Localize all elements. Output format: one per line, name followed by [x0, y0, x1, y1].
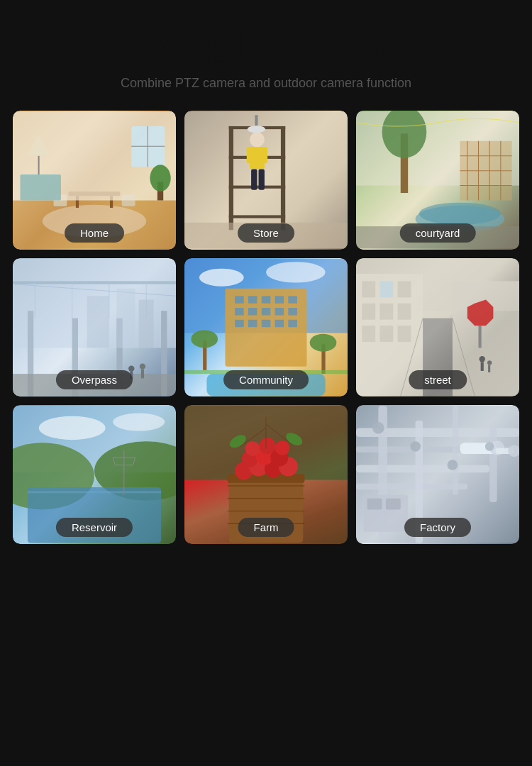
svg-rect-75	[248, 308, 257, 315]
svg-point-61	[128, 365, 134, 371]
card-label-courtyard: courtyard	[400, 223, 476, 243]
svg-point-88	[310, 333, 337, 351]
card-street: street	[356, 258, 519, 397]
svg-rect-82	[275, 319, 284, 326]
card-farm: Farm	[184, 405, 348, 544]
svg-rect-79	[235, 319, 244, 326]
svg-rect-57	[87, 296, 109, 348]
svg-point-13	[150, 165, 170, 192]
card-label-store: Store	[238, 223, 294, 243]
svg-rect-58	[116, 288, 135, 348]
svg-rect-59	[139, 299, 154, 348]
page-title: APplication	[14, 21, 518, 70]
card-label-farm: Farm	[238, 518, 294, 537]
application-grid: Home	[0, 98, 532, 557]
svg-point-107	[480, 356, 485, 362]
svg-rect-96	[379, 303, 393, 319]
svg-point-158	[372, 422, 384, 434]
svg-rect-92	[362, 281, 375, 297]
svg-point-23	[250, 132, 265, 147]
svg-rect-17	[229, 126, 233, 230]
svg-point-139	[275, 440, 290, 455]
page-header: APplication Combine PTZ camera and outdo…	[0, 0, 532, 98]
svg-point-159	[410, 441, 421, 452]
card-label-street: street	[409, 370, 467, 389]
svg-rect-97	[398, 303, 411, 319]
svg-rect-110	[488, 365, 490, 372]
svg-rect-100	[398, 326, 411, 342]
svg-rect-94	[398, 281, 411, 297]
svg-rect-64	[141, 369, 144, 378]
svg-rect-78	[288, 308, 297, 315]
svg-rect-26	[262, 147, 267, 163]
card-store: Store	[184, 111, 348, 250]
svg-rect-18	[281, 126, 285, 230]
svg-point-66	[199, 268, 244, 286]
card-community: Community	[184, 258, 348, 397]
svg-point-109	[487, 360, 492, 365]
svg-rect-22	[229, 215, 285, 218]
svg-rect-98	[362, 326, 375, 342]
svg-point-30	[248, 126, 265, 133]
svg-rect-73	[288, 296, 297, 303]
card-reservoir: Reservoir	[13, 405, 176, 544]
svg-rect-108	[481, 362, 484, 371]
svg-rect-74	[235, 308, 244, 315]
svg-point-138	[260, 438, 276, 454]
svg-rect-72	[275, 296, 284, 303]
svg-point-67	[266, 262, 326, 282]
card-overpass: Overpass	[13, 258, 176, 397]
card-home: Home	[13, 111, 176, 250]
svg-rect-148	[356, 465, 489, 472]
svg-rect-69	[235, 296, 244, 303]
svg-rect-47	[13, 281, 176, 284]
svg-rect-25	[247, 147, 253, 163]
svg-rect-153	[489, 428, 497, 502]
svg-rect-93	[379, 281, 393, 297]
svg-point-113	[113, 413, 165, 431]
svg-rect-81	[262, 319, 271, 326]
svg-rect-149	[356, 484, 467, 489]
svg-point-44	[419, 203, 501, 225]
svg-rect-80	[248, 319, 257, 326]
svg-point-160	[448, 460, 458, 470]
svg-rect-77	[275, 308, 284, 315]
card-label-factory: Factory	[404, 518, 471, 537]
svg-rect-117	[28, 491, 161, 493]
card-label-home: Home	[65, 223, 124, 243]
svg-rect-95	[362, 303, 375, 319]
svg-point-112	[39, 416, 106, 440]
svg-rect-163	[367, 499, 382, 510]
card-factory: Factory	[356, 405, 519, 544]
svg-rect-76	[262, 308, 271, 315]
svg-rect-152	[453, 406, 458, 494]
svg-rect-99	[379, 326, 393, 342]
svg-rect-28	[259, 170, 265, 190]
card-label-overpass: Overpass	[56, 370, 133, 389]
svg-rect-83	[288, 319, 297, 326]
svg-rect-103	[479, 326, 482, 348]
svg-point-63	[140, 363, 145, 369]
svg-point-86	[191, 330, 218, 348]
card-label-reservoir: Reservoir	[56, 518, 133, 537]
page-subtitle: Combine PTZ camera and outdoor camera fu…	[14, 76, 518, 91]
card-label-community: Community	[223, 370, 309, 389]
svg-point-137	[245, 441, 260, 456]
card-courtyard: courtyard	[356, 111, 519, 250]
svg-rect-164	[386, 499, 401, 510]
svg-rect-70	[248, 296, 257, 303]
svg-rect-11	[20, 174, 61, 201]
svg-rect-71	[262, 296, 271, 303]
svg-rect-15	[38, 156, 40, 174]
svg-point-161	[485, 442, 494, 451]
svg-rect-27	[251, 170, 257, 190]
